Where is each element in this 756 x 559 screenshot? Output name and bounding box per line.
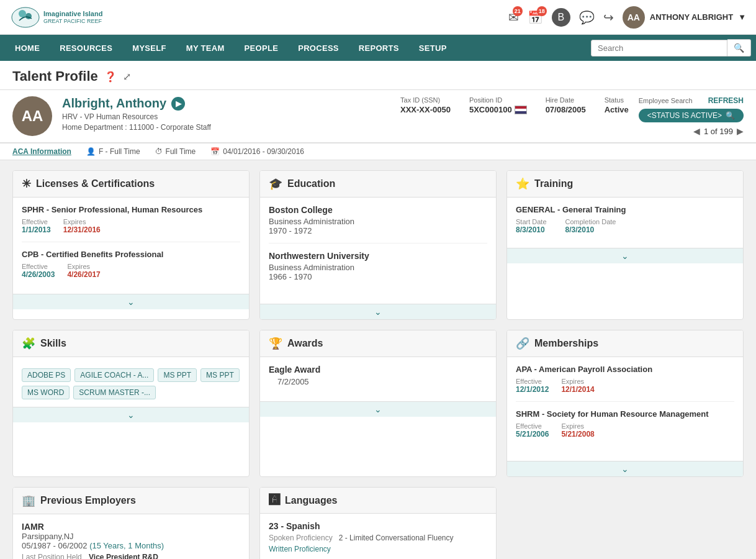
languages-icon: 🅰 <box>269 494 280 507</box>
licenses-expand[interactable]: ⌄ <box>13 294 249 309</box>
training-expand[interactable]: ⌄ <box>507 248 743 263</box>
help-icon[interactable]: ❓ <box>104 71 117 83</box>
prev-employee-button[interactable]: ◀ <box>693 126 700 136</box>
education-card: 🎓 Education Boston College Business Admi… <box>259 170 497 320</box>
languages-card: 🅰 Languages 23 - Spanish Spoken Proficie… <box>259 487 497 559</box>
svg-point-1 <box>19 10 26 17</box>
training-1-title: GENERAL - General Training <box>516 205 734 214</box>
memberships-body: APA - American Payroll Association Effec… <box>507 357 743 461</box>
employee-name-row: Albright, Anthony ▶ <box>62 96 384 111</box>
search-input[interactable] <box>591 40 727 57</box>
education-header: 🎓 Education <box>260 171 496 198</box>
logout-button[interactable]: ↪ <box>603 10 614 25</box>
memberships-title: Memberships <box>534 338 598 349</box>
top-icons: ✉ 21 📅 18 B 💬 ↪ AA ANTHONY ALBRIGHT ▼ <box>508 6 746 29</box>
employee-info: Albright, Anthony ▶ HRV - VP Human Resou… <box>62 96 384 132</box>
edu-2-school: Northwestern University <box>269 251 487 261</box>
nav-reports[interactable]: REPORTS <box>349 35 409 61</box>
position-id-label: Position ID <box>469 96 527 104</box>
search-button[interactable]: 🔍 <box>727 39 751 57</box>
training-header: ⭐ Training <box>507 171 743 198</box>
nav-myself[interactable]: MYSELF <box>122 35 176 61</box>
user-area[interactable]: AA ANTHONY ALBRIGHT ▼ <box>623 6 746 29</box>
schedule-label: F - Full Time <box>99 147 140 156</box>
employer-1-date-range: 05/1987 - 06/2002 <box>22 541 88 550</box>
chat-b-button[interactable]: B <box>552 8 570 27</box>
awards-title: Awards <box>287 338 323 349</box>
position-id-value: 5XC000100 <box>469 105 527 114</box>
membership-2-expires: Expires 5/21/2008 <box>561 422 594 439</box>
paging-controls: ◀ 1 of 199 ▶ <box>693 126 744 136</box>
awards-icon: 🏆 <box>269 337 282 350</box>
user-name: ANTHONY ALBRIGHT <box>650 12 733 22</box>
skill-tag-1: AGILE COACH - A... <box>74 368 154 382</box>
time-label: Full Time <box>166 147 196 156</box>
aca-bar: ACA Information 👤 F - Full Time ⏱ Full T… <box>0 143 756 160</box>
license-2-expires: Expires 4/26/2017 <box>67 263 100 279</box>
next-employee-button[interactable]: ▶ <box>737 126 744 136</box>
memberships-expand[interactable]: ⌄ <box>507 461 743 476</box>
date-range-label: 04/01/2016 - 09/30/2016 <box>223 147 304 156</box>
license-2-title: CPB - Certified Benefits Professional <box>22 250 240 259</box>
lang-1-spoken-label: Spoken Proficiency <box>269 534 333 542</box>
nav-my-team[interactable]: MY TEAM <box>176 35 235 61</box>
lang-1-spoken-value: 2 - Limited Conversational Fluency <box>339 534 454 542</box>
skill-tag-5: SCRUM MASTER -... <box>73 386 156 399</box>
calendar-button[interactable]: 📅 18 <box>528 10 543 25</box>
skills-expand[interactable]: ⌄ <box>13 407 249 422</box>
training-card: ⭐ Training GENERAL - General Training St… <box>506 170 744 320</box>
aca-link[interactable]: ACA Information <box>12 147 71 156</box>
license-1-expires-label: Expires <box>63 218 101 225</box>
license-1-effective: Effective 1/1/2013 <box>22 218 51 234</box>
license-1-expires: Expires 12/31/2016 <box>63 218 101 234</box>
nav-home[interactable]: HOME <box>5 35 50 61</box>
membership-1-expires-label: Expires <box>561 378 594 385</box>
skills-header: 🧩 Skills <box>13 330 249 357</box>
memberships-icon: 🔗 <box>516 337 529 350</box>
help-button[interactable]: 💬 <box>579 10 595 25</box>
membership-2-dates: Effective 5/21/2006 Expires 5/21/2008 <box>516 422 734 439</box>
employee-search-label: Employee Search <box>639 97 693 104</box>
membership-1-expires-value: 12/1/2014 <box>561 385 594 394</box>
education-expand[interactable]: ⌄ <box>260 304 496 319</box>
training-item-1: GENERAL - General Training Start Date 8/… <box>516 205 734 234</box>
user-avatar: AA <box>623 6 645 29</box>
calendar-badge: 18 <box>537 6 547 16</box>
status-active-button[interactable]: <STATUS IS ACTIVE> 🔍 <box>639 109 744 122</box>
license-1-effective-value: 1/1/2013 <box>22 225 51 234</box>
hire-date-label: Hire Date <box>546 96 586 104</box>
education-body: Boston College Business Administration 1… <box>260 198 496 304</box>
status-label: Status <box>605 96 629 104</box>
schedule-icon: 👤 <box>86 147 96 156</box>
employee-fields: Tax ID (SSN) XXX-XX-0050 Position ID 5XC… <box>400 96 629 114</box>
edu-1-school: Boston College <box>269 205 487 215</box>
nav-resources[interactable]: RESOURCES <box>50 35 122 61</box>
expand-icon[interactable]: ⤢ <box>123 71 131 83</box>
skill-tag-2: MS PPT <box>158 368 197 382</box>
lang-item-1: 23 - Spanish Spoken Proficiency 2 - Limi… <box>269 521 487 553</box>
date-range-item: 📅 04/01/2016 - 09/30/2016 <box>210 147 304 156</box>
position-id-field: Position ID 5XC000100 <box>469 96 527 114</box>
license-1-title: SPHR - Senior Professional, Human Resour… <box>22 205 240 214</box>
lang-1-name: 23 - Spanish <box>269 521 487 531</box>
nav-people[interactable]: PEOPLE <box>235 35 289 61</box>
employer-1-city: Parsippany,NJ <box>22 532 240 541</box>
bottom-spacer <box>506 487 744 559</box>
employee-search-area: Employee Search REFRESH <STATUS IS ACTIV… <box>639 96 744 136</box>
lang-1-spoken: Spoken Proficiency 2 - Limited Conversat… <box>269 534 487 542</box>
award-1-title: Eagle Award <box>269 365 487 375</box>
employee-nav-arrow[interactable]: ▶ <box>171 97 185 111</box>
mail-button[interactable]: ✉ 21 <box>508 10 519 25</box>
page-title: Talent Profile <box>12 68 98 84</box>
page-header: Talent Profile ❓ ⤢ <box>0 61 756 90</box>
nav-setup[interactable]: SETUP <box>409 35 457 61</box>
membership-2-effective-value: 5/21/2006 <box>516 430 549 439</box>
awards-expand[interactable]: ⌄ <box>260 401 496 417</box>
membership-2-expires-value: 5/21/2008 <box>561 430 594 439</box>
edu-item-2: Northwestern University Business Adminis… <box>269 251 487 289</box>
schedule-item: 👤 F - Full Time <box>86 147 140 156</box>
refresh-button[interactable]: REFRESH <box>708 96 744 105</box>
license-1-expires-value: 12/31/2016 <box>63 225 101 234</box>
nav-process[interactable]: PROCESS <box>288 35 349 61</box>
employers-header: 🏢 Previous Employers <box>13 488 249 514</box>
